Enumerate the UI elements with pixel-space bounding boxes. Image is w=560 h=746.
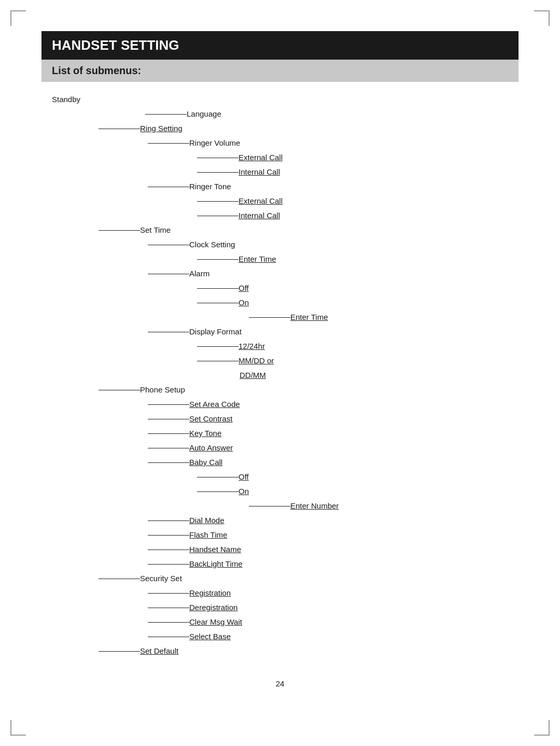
entry-ring-setting: Ring Setting <box>99 121 519 136</box>
label-phone-setup: Phone Setup <box>140 383 185 397</box>
corner-bl <box>10 720 26 736</box>
entry-display-format: Display Format <box>148 325 519 339</box>
label-set-contrast: Set Contrast <box>189 412 232 426</box>
corner-tl <box>10 10 26 26</box>
connector-mmdd <box>197 361 239 361</box>
label-security-set: Security Set <box>140 572 182 585</box>
label-on-1: On <box>239 296 249 309</box>
label-clear-msg-wait: Clear Msg Wait <box>189 615 242 629</box>
connector-enter-time-1 <box>197 259 239 260</box>
label-enter-time-1: Enter Time <box>239 252 276 266</box>
menu-tree: Standby Language Ring Setting Ringer Vol… <box>52 92 519 658</box>
label-set-area-code: Set Area Code <box>189 398 240 411</box>
entry-on-1: On <box>197 295 519 310</box>
connector-ringer-tone <box>148 187 189 187</box>
corner-br <box>534 720 550 736</box>
entry-external-call-1: External Call <box>197 150 519 165</box>
entry-standby: Standby <box>52 92 519 107</box>
entry-off-1: Off <box>197 281 519 295</box>
entry-12-24hr: 12/24hr <box>197 339 519 354</box>
entry-set-default: Set Default <box>99 644 519 658</box>
connector-set-time <box>99 230 140 231</box>
entry-enter-time-2: Enter Time <box>249 310 519 325</box>
entry-set-area-code: Set Area Code <box>148 397 519 412</box>
label-registration: Registration <box>189 586 231 600</box>
label-enter-time-2: Enter Time <box>290 311 328 324</box>
label-ddmm: DD/MM <box>240 369 266 382</box>
entry-select-base: Select Base <box>148 629 519 644</box>
entry-mmdd: MM/DD or <box>197 354 519 368</box>
entry-security-set: Security Set <box>99 571 519 586</box>
entry-ringer-volume: Ringer Volume <box>148 136 519 150</box>
label-auto-answer: Auto Answer <box>189 441 233 455</box>
connector-set-contrast <box>148 419 189 419</box>
page-container: HANDSET SETTING List of submenus: Standb… <box>0 0 560 746</box>
entry-registration: Registration <box>148 586 519 600</box>
connector-clock-setting <box>148 245 189 245</box>
connector-baby-call <box>148 462 189 463</box>
label-select-base: Select Base <box>189 630 231 643</box>
entry-ringer-tone: Ringer Tone <box>148 179 519 194</box>
entry-backlight-time: BackLight Time <box>148 557 519 571</box>
connector-phone-setup <box>99 390 140 390</box>
label-deregistration: Deregistration <box>189 601 237 614</box>
label-external-call-1: External Call <box>239 151 283 164</box>
label-alarm: Alarm <box>189 267 209 280</box>
label-display-format: Display Format <box>189 325 242 339</box>
connector-display-format <box>148 332 189 332</box>
label-internal-call-2: Internal Call <box>239 209 280 222</box>
label-baby-call: Baby Call <box>189 456 222 469</box>
label-12-24hr: 12/24hr <box>239 340 265 353</box>
connector-clear-msg-wait <box>148 622 189 623</box>
page-number: 24 <box>41 679 519 688</box>
label-dial-mode: Dial Mode <box>189 514 225 527</box>
entry-clear-msg-wait: Clear Msg Wait <box>148 615 519 629</box>
entry-key-tone: Key Tone <box>148 426 519 441</box>
connector-off-2 <box>197 477 239 477</box>
label-backlight-time: BackLight Time <box>189 557 243 571</box>
entry-alarm: Alarm <box>148 266 519 281</box>
label-enter-number: Enter Number <box>290 499 339 513</box>
label-on-2: On <box>239 485 249 498</box>
connector-backlight-time <box>148 564 189 565</box>
entry-clock-setting: Clock Setting <box>148 237 519 252</box>
entry-language: Language <box>99 107 519 121</box>
entry-dial-mode: Dial Mode <box>148 513 519 528</box>
label-off-1: Off <box>239 281 249 295</box>
connector-key-tone <box>148 433 189 434</box>
label-standby: Standby <box>52 93 80 106</box>
connector-select-base <box>148 637 189 637</box>
entry-internal-call-2: Internal Call <box>197 208 519 223</box>
connector-dial-mode <box>148 520 189 521</box>
label-set-time: Set Time <box>140 223 171 237</box>
connector-security-set <box>99 579 140 579</box>
connector-set-default <box>99 651 140 652</box>
connector-language <box>145 114 187 115</box>
connector-12-24hr <box>197 346 239 347</box>
connector-alarm <box>148 274 189 274</box>
entry-enter-time-1: Enter Time <box>197 252 519 266</box>
label-language: Language <box>187 107 221 121</box>
connector-enter-number <box>249 506 290 506</box>
corner-tr <box>534 10 550 26</box>
label-ringer-volume: Ringer Volume <box>189 136 240 150</box>
section-title: HANDSET SETTING <box>41 31 519 60</box>
connector-internal-call-2 <box>197 216 239 216</box>
connector-enter-time-2 <box>249 317 290 318</box>
label-ring-setting: Ring Setting <box>140 122 183 135</box>
label-mmdd: MM/DD or <box>239 354 274 368</box>
connector-ring-setting <box>99 129 140 129</box>
entry-phone-setup: Phone Setup <box>99 383 519 397</box>
entry-baby-call: Baby Call <box>148 455 519 470</box>
label-flash-time: Flash Time <box>189 528 227 542</box>
label-clock-setting: Clock Setting <box>189 238 235 251</box>
entry-enter-number: Enter Number <box>249 499 519 513</box>
connector-auto-answer <box>148 448 189 448</box>
label-key-tone: Key Tone <box>189 427 221 440</box>
connector-external-call-1 <box>197 158 239 158</box>
connector-deregistration <box>148 608 189 608</box>
connector-ringer-volume <box>148 143 189 144</box>
connector-external-call-2 <box>197 201 239 202</box>
entry-off-2: Off <box>197 470 519 484</box>
label-handset-name: Handset Name <box>189 543 241 556</box>
